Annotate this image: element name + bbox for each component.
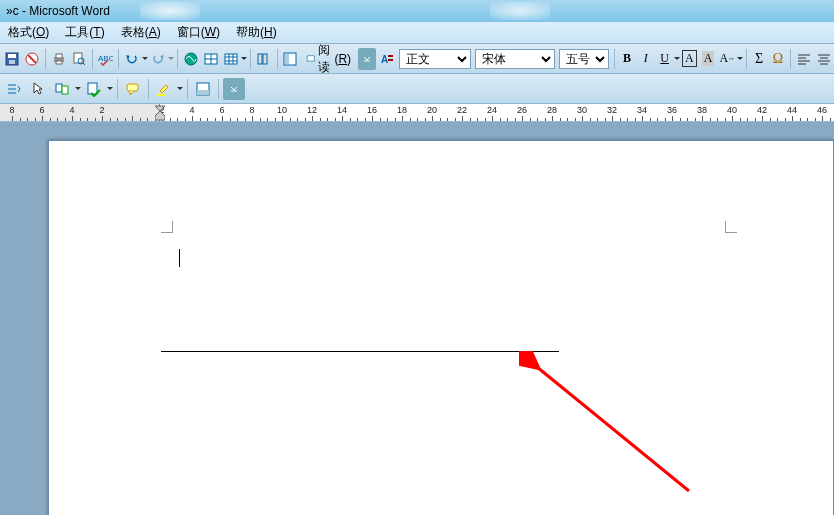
tables-borders-icon[interactable] xyxy=(202,48,220,70)
ruler-number: 14 xyxy=(337,105,347,115)
menu-help[interactable]: 帮助(H) xyxy=(228,22,285,43)
autosum-icon[interactable]: Σ xyxy=(751,48,768,70)
ruler-number: 22 xyxy=(457,105,467,115)
ruler-number: 18 xyxy=(397,105,407,115)
draw-menu-icon[interactable] xyxy=(3,78,25,100)
char-shading-button[interactable]: A xyxy=(700,48,717,70)
ruler-number: 2 xyxy=(99,105,104,115)
italic-button[interactable]: I xyxy=(637,48,654,70)
print-icon[interactable] xyxy=(50,48,68,70)
margin-corner xyxy=(161,221,173,233)
ruler-number: 8 xyxy=(249,105,254,115)
svg-line-27 xyxy=(537,367,689,491)
omega-icon[interactable]: Ω xyxy=(770,48,787,70)
ruler-number: 4 xyxy=(189,105,194,115)
decoration xyxy=(140,2,200,20)
ruler-number: 6 xyxy=(39,105,44,115)
ruler-number: 4 xyxy=(69,105,74,115)
columns-icon[interactable] xyxy=(255,48,273,70)
redo-dropdown[interactable] xyxy=(168,48,174,70)
page[interactable] xyxy=(48,140,834,515)
toolbar-options-icon[interactable] xyxy=(358,48,376,70)
separator xyxy=(746,49,747,69)
ruler-number: 44 xyxy=(787,105,797,115)
redo-icon[interactable] xyxy=(149,48,167,70)
char-border-button[interactable]: A xyxy=(681,48,698,70)
separator xyxy=(177,49,178,69)
svg-rect-23 xyxy=(127,84,138,91)
svg-rect-18 xyxy=(388,55,393,57)
toolbar-options-icon[interactable] xyxy=(223,78,245,100)
menu-tools[interactable]: 工具(T) xyxy=(57,22,112,43)
underline-button[interactable]: U xyxy=(656,48,673,70)
ruler-number: 34 xyxy=(637,105,647,115)
separator xyxy=(250,49,251,69)
menu-bar: 格式(O) 工具(T) 表格(A) 窗口(W) 帮助(H) xyxy=(0,22,834,44)
menu-window[interactable]: 窗口(W) xyxy=(169,22,228,43)
ruler-number: 6 xyxy=(219,105,224,115)
svg-rect-22 xyxy=(88,83,97,94)
font-select[interactable]: 宋体 xyxy=(475,49,555,69)
svg-rect-26 xyxy=(197,90,209,95)
align-center-icon[interactable] xyxy=(815,48,833,70)
reviewing-pane-icon[interactable] xyxy=(192,78,214,100)
separator xyxy=(148,79,149,99)
underline-dropdown[interactable] xyxy=(674,48,680,70)
size-select[interactable]: 五号 xyxy=(559,49,609,69)
char-scale-button[interactable]: A↔ xyxy=(718,48,736,70)
accept-dropdown[interactable] xyxy=(106,78,114,100)
drawing-toolbar xyxy=(0,74,834,104)
ruler-number: 32 xyxy=(607,105,617,115)
align-left-icon[interactable] xyxy=(795,48,813,70)
styles-pane-icon[interactable]: A xyxy=(378,48,396,70)
undo-icon[interactable] xyxy=(123,48,141,70)
select-objects-icon[interactable] xyxy=(27,78,49,100)
highlight-dropdown[interactable] xyxy=(176,78,184,100)
insert-table-icon[interactable] xyxy=(222,48,240,70)
menu-table[interactable]: 表格(A) xyxy=(113,22,169,43)
horizontal-ruler[interactable]: 8642246810121416182022242628303234363840… xyxy=(0,104,834,122)
bold-button[interactable]: B xyxy=(619,48,636,70)
standard-toolbar: ABC 阅读(R) A 正文 宋体 五号 B I U A A A↔ Σ Ω xyxy=(0,44,834,74)
separator xyxy=(277,49,278,69)
svg-rect-5 xyxy=(56,54,62,58)
compare-icon[interactable] xyxy=(51,78,73,100)
separator xyxy=(218,79,219,99)
print-preview-icon[interactable] xyxy=(70,48,88,70)
compare-dropdown[interactable] xyxy=(74,78,82,100)
separator xyxy=(117,79,118,99)
hyperlink-icon[interactable] xyxy=(182,48,200,70)
svg-text:A: A xyxy=(381,54,388,65)
svg-rect-21 xyxy=(62,86,68,94)
accept-change-icon[interactable] xyxy=(83,78,105,100)
new-comment-icon[interactable] xyxy=(122,78,144,100)
title-text: »c - Microsoft Word xyxy=(6,4,110,18)
undo-dropdown[interactable] xyxy=(142,48,148,70)
indent-marker[interactable] xyxy=(155,104,165,122)
svg-rect-16 xyxy=(285,54,289,64)
text-cursor xyxy=(179,249,180,267)
drawn-line[interactable] xyxy=(161,351,559,352)
spellcheck-icon[interactable]: ABC xyxy=(96,48,114,70)
margin-corner xyxy=(725,221,737,233)
ruler-number: 36 xyxy=(667,105,677,115)
separator xyxy=(118,49,119,69)
style-select[interactable]: 正文 xyxy=(399,49,471,69)
separator xyxy=(92,49,93,69)
annotation-arrow xyxy=(519,351,699,501)
ruler-number: 26 xyxy=(517,105,527,115)
save-icon[interactable] xyxy=(3,48,21,70)
separator xyxy=(45,49,46,69)
read-layout-button[interactable]: 阅读(R) xyxy=(301,48,356,70)
highlight-icon[interactable] xyxy=(153,78,175,100)
table-dropdown[interactable] xyxy=(241,48,247,70)
svg-rect-19 xyxy=(388,59,393,61)
ruler-number: 8 xyxy=(9,105,14,115)
menu-format[interactable]: 格式(O) xyxy=(0,22,57,43)
svg-rect-13 xyxy=(258,54,262,64)
ruler-number: 10 xyxy=(277,105,287,115)
char-scale-dropdown[interactable] xyxy=(737,48,743,70)
ruler-number: 16 xyxy=(367,105,377,115)
permission-icon[interactable] xyxy=(23,48,41,70)
doc-map-icon[interactable] xyxy=(281,48,299,70)
